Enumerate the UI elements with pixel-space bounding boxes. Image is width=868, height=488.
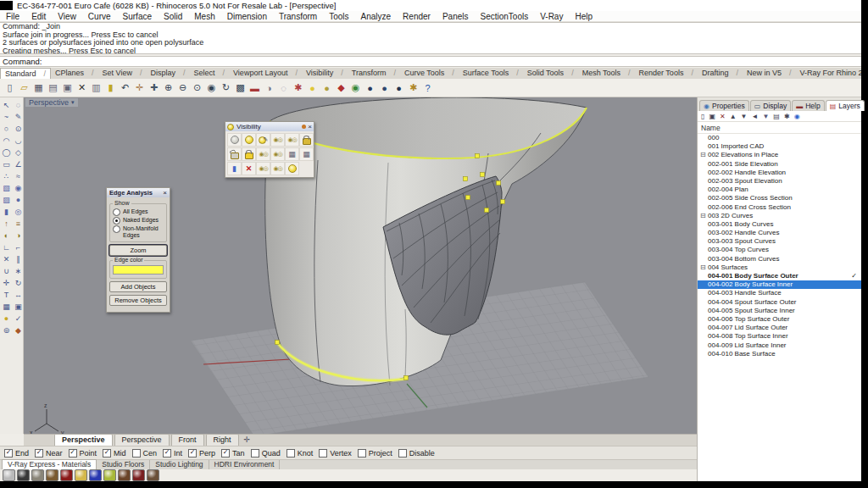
delete-icon[interactable]: ✕ [75,80,89,95]
layer-row[interactable]: 003-001 Body Curves [698,220,861,229]
move-icon[interactable]: ✚ [147,80,161,95]
material-darkred-swatch[interactable] [60,469,73,481]
toolbar-tab[interactable]: Mesh Tools [578,68,635,79]
osnap-toggle[interactable]: Vertex [319,449,352,458]
palette-options-icon[interactable] [302,125,306,129]
material-brown-swatch[interactable] [147,469,159,481]
toolbar-tab[interactable]: Set View [98,68,147,79]
vray-tab[interactable]: V-Ray Express - Materials [2,459,97,469]
unlock-objects-icon[interactable] [227,147,242,161]
menu-item[interactable]: Surface [117,12,158,21]
edge-analysis-titlebar[interactable]: Edge Analysis × [107,188,170,197]
zoom-extents-icon[interactable]: ▩ [233,80,248,95]
render-tool-icon[interactable]: ◆ [13,324,24,336]
panel-tab[interactable]: ▤ Layers [826,100,865,111]
print-icon[interactable]: ▤ [46,80,60,95]
edge-analysis-close-icon[interactable]: × [163,189,167,197]
open-file-icon[interactable]: ▱ [17,80,31,95]
menu-item[interactable]: Dimension [221,12,273,21]
layer-row[interactable]: 004-003 Handle Surface [698,289,861,297]
toolbar-tab[interactable]: Surface Tools [459,68,523,79]
polygon-icon[interactable]: ◇ [13,147,24,158]
show-objects-icon[interactable] [242,133,256,147]
paste-icon[interactable]: ▮ [103,80,118,95]
new-document-icon[interactable]: ▯ [3,80,17,95]
vray-tab[interactable]: Studio Floors [97,460,150,469]
toolbar-tab[interactable]: Display [146,68,189,79]
menu-item[interactable]: Panels [437,12,475,21]
text-icon[interactable]: T [1,289,12,300]
show-pair-icon[interactable] [285,133,299,147]
hatch-icon[interactable]: ▦ [1,301,12,312]
menu-item[interactable]: Analyze [355,12,398,21]
sphere-icon[interactable]: ● [13,194,24,205]
osnap-toggle[interactable]: Point [69,449,97,458]
edge-mode-radio[interactable]: All Edges [113,208,164,216]
swap-detail-icon[interactable] [227,162,242,175]
menu-item[interactable]: V-Ray [534,12,569,21]
edge-mode-radio[interactable]: Naked Edges [113,217,164,225]
osnap-toggle[interactable]: Tan [221,449,245,458]
render-wheel-icon[interactable]: ◉ [348,80,363,95]
hide-objects-icon[interactable] [227,133,242,147]
edge-color-swatch[interactable] [113,265,164,274]
ellipse-icon[interactable]: ◯ [1,147,12,158]
layer-row[interactable]: 004-006 Top Surface Outer [698,315,861,324]
toolbar-tab[interactable]: Curve Tools [400,68,459,79]
viewport-tab[interactable]: Front [171,434,204,446]
command-prompt-input[interactable]: Command: [0,56,861,67]
points-icon[interactable]: ∴ [1,170,12,181]
toolbar-tab[interactable]: Solid Tools [523,68,578,79]
lock-swap-icon[interactable] [256,147,270,161]
gear-icon[interactable]: ✱ [406,80,420,95]
extrude-icon[interactable]: ↑ [1,218,12,229]
layer-row[interactable]: 000 [698,134,861,142]
panel-tab[interactable]: ▭ Display [750,100,791,111]
viewport-perspective[interactable]: z x y Perspective ▾ Visibility × [24,97,697,434]
osnap-toggle[interactable]: Perp [188,449,215,458]
trim-icon[interactable]: ✕ [1,253,12,264]
vray-tab[interactable]: HDRI Environment [209,460,281,469]
material-gold-swatch[interactable] [75,469,87,481]
layer-row[interactable]: 004 Surfaces [698,263,861,272]
layer-row[interactable]: 004-001 Body Surface Outer [698,272,861,280]
layer-row[interactable]: 004-007 Lid Surface Outer [698,324,861,332]
light-on-icon[interactable]: ● [305,80,320,95]
save-icon[interactable]: ▦ [31,80,46,95]
layer-row[interactable]: 001 Imported CAD [698,142,861,151]
collapse-icon[interactable]: ◄ [752,113,759,120]
toolbar-tab[interactable]: Select [190,68,230,79]
join-icon[interactable]: ∪ [1,265,12,276]
rotate-tool-icon[interactable]: ↻ [13,277,24,288]
material-wood-swatch[interactable] [118,469,131,481]
analyze-icon[interactable]: ⊚ [1,324,12,336]
lock-selected-icon[interactable] [242,147,256,161]
toolbar-tab[interactable]: Visibility [302,68,348,79]
visibility-palette-titlebar[interactable]: Visibility × [225,122,314,131]
menu-item[interactable]: Transform [273,12,323,21]
fillet-icon[interactable]: ∟ [1,241,12,252]
menu-item[interactable]: Solid [158,12,188,21]
layer-row[interactable]: 004-002 Body Surface Inner [698,280,861,289]
menu-item[interactable]: Render [397,12,437,21]
material-default-swatch[interactable] [3,469,15,481]
cylinder-icon[interactable]: ▮ [1,206,12,217]
layer-row[interactable]: 003-003 Spout Curves [698,237,861,246]
surface-rev-icon[interactable]: ◉ [13,182,24,193]
show-all-icon[interactable] [285,162,299,175]
zoom-button[interactable]: Zoom [109,245,167,256]
settings-icon[interactable]: ✱ [784,113,790,120]
render-icon[interactable]: ◆ [334,80,348,95]
difference-icon[interactable]: ◑ [13,230,24,241]
curve-icon[interactable]: ~ [1,111,12,122]
globe-light-icon[interactable]: ● [377,80,392,95]
remove-objects-button[interactable]: Remove Objects [109,295,167,306]
toolbar-tab[interactable]: Viewport Layout [229,68,302,79]
toolbar-tab[interactable]: Transform [348,68,400,79]
layer-row[interactable]: 003 2D Curves [698,212,861,220]
toolbar-tab[interactable]: CPlanes [51,68,98,79]
panel-tab[interactable]: ▬ Help [792,100,824,111]
toolbar-tab[interactable]: Render Tools [635,68,698,79]
list-icon[interactable]: ▤ [773,113,780,120]
lasso-icon[interactable]: ◌ [13,99,24,110]
